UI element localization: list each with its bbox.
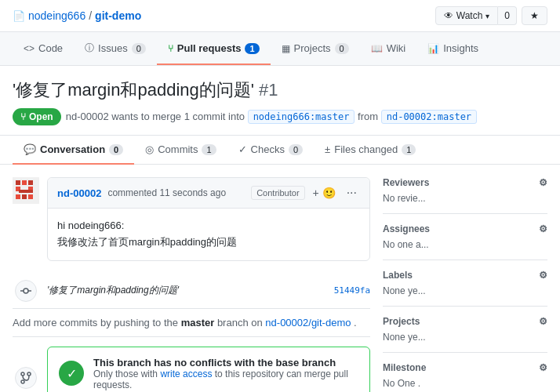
nav-tabs: <> Code ⓘ Issues 0 ⑂ Pull requests 1 ▦ P… xyxy=(0,32,560,66)
commit-circle-icon xyxy=(15,280,37,302)
files-changed-icon: ± xyxy=(325,143,330,155)
files-changed-badge: 1 xyxy=(402,144,416,155)
comment-right: nd-00002 commented 11 seconds ago Contri… xyxy=(47,177,370,270)
tab-insights[interactable]: 📊 Insights xyxy=(416,33,489,65)
labels-value: None ye... xyxy=(383,285,547,296)
comment-author[interactable]: nd-00002 xyxy=(57,187,101,199)
projects-label-text: Projects xyxy=(383,316,420,327)
commit-sha[interactable]: 51449fa xyxy=(334,285,370,296)
smiley-icon: + 🙂 xyxy=(313,187,336,199)
tab-commits[interactable]: ◎ Commits 1 xyxy=(134,136,227,165)
org-name[interactable]: nodeing666 xyxy=(28,9,85,22)
labels-gear-icon[interactable]: ⚙ xyxy=(539,270,547,281)
pr-status-text: Open xyxy=(29,111,53,122)
merge-status-subtitle: Only those with write access to this rep… xyxy=(93,368,358,390)
merge-info-text1: Add more commits by pushing to the xyxy=(13,317,178,328)
sidebar: Reviewers ⚙ No revie... Assignees ⚙ No o… xyxy=(383,177,547,392)
comment-line2: 我修改法了首页margin和padding的问题 xyxy=(57,234,360,251)
labels-label-text: Labels xyxy=(383,270,413,281)
tab-wiki[interactable]: 📖 Wiki xyxy=(360,33,417,65)
open-badge: ⑂ Open xyxy=(13,108,61,125)
more-options-button[interactable]: ··· xyxy=(344,184,360,201)
repo-name[interactable]: git-demo xyxy=(95,9,141,22)
assignees-gear-icon[interactable]: ⚙ xyxy=(539,223,547,234)
head-branch[interactable]: nd-00002:master xyxy=(381,110,477,124)
watch-group: 👁 Watch ▾ 0 xyxy=(435,6,517,25)
svg-rect-3 xyxy=(28,180,33,185)
svg-point-13 xyxy=(21,372,24,376)
conversation-label: Conversation xyxy=(40,143,105,155)
conversation-badge: 0 xyxy=(109,144,123,155)
projects-badge: 0 xyxy=(335,43,349,54)
checks-label: Checks xyxy=(251,143,285,155)
reviewers-gear-icon[interactable]: ⚙ xyxy=(539,177,547,188)
milestone-value: No One . xyxy=(383,378,547,389)
sidebar-assignees-label: Assignees ⚙ xyxy=(383,223,547,234)
tab-pull-requests[interactable]: ⑂ Pull requests 1 xyxy=(157,33,271,65)
commits-badge: 1 xyxy=(202,144,216,155)
milestone-gear-icon[interactable]: ⚙ xyxy=(539,362,547,373)
tab-projects-label: Projects xyxy=(294,42,331,54)
issues-badge: 0 xyxy=(132,43,146,54)
conversation-icon: 💬 xyxy=(24,143,36,155)
wiki-icon: 📖 xyxy=(371,43,383,54)
sidebar-assignees: Assignees ⚙ No one a... xyxy=(383,223,547,260)
commit-icon-col xyxy=(13,280,39,302)
reviewers-value: No revie... xyxy=(383,193,547,204)
pr-title-text: '修复了margin和padding的问题' xyxy=(13,80,254,100)
comment-avatar-col xyxy=(13,177,39,270)
comment-body: hi nodeing666: 我修改法了首页margin和padding的问题 xyxy=(48,209,369,260)
pr-icon: ⑂ xyxy=(168,43,173,54)
projects-nav-icon: ▦ xyxy=(282,43,290,54)
commit-message: '修复了margin和padding的问题' xyxy=(47,285,179,296)
tab-files-changed[interactable]: ± Files changed 1 xyxy=(314,136,427,165)
write-access-link[interactable]: write access xyxy=(160,368,212,379)
tab-wiki-label: Wiki xyxy=(387,42,406,54)
projects-gear-icon[interactable]: ⚙ xyxy=(539,316,547,327)
sidebar-milestone: Milestone ⚙ No One . xyxy=(383,362,547,392)
merge-info-link[interactable]: nd-00002/git-demo xyxy=(265,317,351,328)
merge-action-icon-col xyxy=(13,367,39,389)
merge-sub-text1: Only those with xyxy=(93,368,158,379)
tab-issues-label: Issues xyxy=(98,42,128,54)
commits-icon: ◎ xyxy=(145,143,154,155)
commit-info: '修复了margin和padding的问题' xyxy=(47,284,326,297)
tab-code[interactable]: <> Code xyxy=(13,33,74,65)
sidebar-reviewers-label: Reviewers ⚙ xyxy=(383,177,547,188)
star-button[interactable]: ★ xyxy=(522,6,547,25)
pr-badge: 1 xyxy=(245,43,259,54)
eye-icon: 👁 xyxy=(444,10,453,21)
checks-badge: 0 xyxy=(289,144,303,155)
sidebar-labels: Labels ⚙ None ye... xyxy=(383,270,547,307)
comment-actions: Contributor + 🙂 ··· xyxy=(251,184,360,201)
comment-header-left: nd-00002 commented 11 seconds ago xyxy=(57,187,226,199)
add-reaction-button[interactable]: + 🙂 xyxy=(310,185,339,201)
tab-checks[interactable]: ✓ Checks 0 xyxy=(227,136,314,165)
git-merge-icon xyxy=(20,372,32,384)
merge-status-block-wrapper: ✓ This branch has no conflicts with the … xyxy=(47,347,370,392)
merge-status-block: ✓ This branch has no conflicts with the … xyxy=(47,347,370,392)
merge-info-branch: master xyxy=(181,317,215,328)
tab-conversation[interactable]: 💬 Conversation 0 xyxy=(13,136,134,165)
merge-status-text: This branch has no conflicts with the ba… xyxy=(93,357,358,390)
commit-timeline-item: '修复了margin和padding的问题' 51449fa xyxy=(13,280,370,302)
chevron-down-icon: ▾ xyxy=(485,12,489,20)
repo-path: 📄 nodeing666 / git-demo xyxy=(13,9,141,22)
pr-number: #1 xyxy=(259,80,278,100)
tab-projects[interactable]: ▦ Projects 0 xyxy=(271,33,360,65)
pr-title-area: '修复了margin和padding的问题' #1 ⑂ Open nd-0000… xyxy=(0,66,560,136)
merge-status-container: ✓ This branch has no conflicts with the … xyxy=(13,347,370,392)
pr-meta-description: nd-00002 wants to merge 1 commit into no… xyxy=(66,110,477,124)
comment-line1: hi nodeing666: xyxy=(57,218,360,234)
watch-button[interactable]: 👁 Watch ▾ xyxy=(435,6,499,25)
tab-issues[interactable]: ⓘ Issues 0 xyxy=(74,32,157,66)
sidebar-projects: Projects ⚙ None ye... xyxy=(383,316,547,353)
svg-point-14 xyxy=(27,372,31,376)
watch-label: Watch xyxy=(456,10,483,21)
top-actions: 👁 Watch ▾ 0 ★ xyxy=(435,6,547,25)
comment-block: nd-00002 commented 11 seconds ago Contri… xyxy=(47,177,370,261)
svg-rect-8 xyxy=(22,194,27,199)
base-branch[interactable]: nodeing666:master xyxy=(248,110,355,124)
watch-count: 0 xyxy=(498,6,517,25)
merge-action-icon xyxy=(15,367,37,389)
